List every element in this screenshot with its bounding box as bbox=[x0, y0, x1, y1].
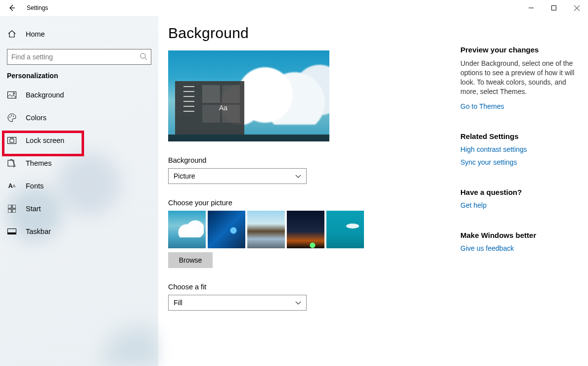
picture-thumb-4[interactable] bbox=[287, 211, 324, 248]
category-header: Personalization bbox=[0, 72, 158, 84]
home-icon bbox=[7, 29, 17, 39]
sidebar-item-label: Start bbox=[26, 205, 41, 213]
chevron-down-icon bbox=[295, 173, 301, 179]
related-settings-heading: Related Settings bbox=[460, 132, 578, 140]
preview-changes-text: Under Background, select one of the opti… bbox=[460, 59, 578, 96]
svg-rect-12 bbox=[8, 209, 11, 213]
themes-icon bbox=[7, 158, 17, 168]
window-controls bbox=[520, 0, 588, 16]
svg-point-5 bbox=[11, 115, 12, 116]
preview-startmenu: Aa bbox=[175, 81, 244, 135]
picture-icon bbox=[7, 90, 17, 100]
background-value: Picture bbox=[174, 172, 195, 180]
page-heading: Background bbox=[168, 25, 578, 42]
have-question-heading: Have a question? bbox=[460, 188, 578, 196]
svg-point-6 bbox=[13, 116, 14, 117]
taskbar-icon bbox=[7, 227, 17, 236]
sidebar-item-colors[interactable]: Colors bbox=[0, 106, 158, 129]
svg-rect-2 bbox=[8, 92, 16, 98]
titlebar: Settings bbox=[0, 0, 588, 16]
svg-rect-10 bbox=[8, 205, 11, 208]
search-input[interactable] bbox=[7, 49, 151, 65]
home-nav[interactable]: Home bbox=[0, 23, 158, 45]
get-help-link[interactable]: Get help bbox=[460, 201, 578, 209]
go-to-themes-link[interactable]: Go to Themes bbox=[460, 102, 578, 110]
sidebar-item-label: Themes bbox=[26, 159, 51, 167]
main-content: Background Aa Background Picture Choose … bbox=[158, 16, 588, 366]
start-icon bbox=[7, 204, 17, 214]
browse-button[interactable]: Browse bbox=[168, 252, 213, 268]
picture-thumb-2[interactable] bbox=[208, 211, 245, 248]
back-button[interactable] bbox=[0, 0, 24, 16]
picture-thumb-1[interactable] bbox=[168, 211, 206, 248]
annotation-highlight bbox=[2, 131, 84, 156]
minimize-button[interactable] bbox=[520, 0, 543, 16]
info-column: Preview your changes Under Background, s… bbox=[460, 46, 578, 274]
sidebar-item-start[interactable]: Start bbox=[0, 197, 158, 220]
fonts-icon: AA bbox=[7, 181, 17, 191]
svg-rect-15 bbox=[8, 232, 16, 234]
preview-changes-heading: Preview your changes bbox=[460, 46, 578, 54]
sidebar-item-background[interactable]: Background bbox=[0, 84, 158, 106]
maximize-button[interactable] bbox=[543, 0, 565, 16]
background-combobox[interactable]: Picture bbox=[168, 168, 307, 184]
sidebar-item-taskbar[interactable]: Taskbar bbox=[0, 220, 158, 243]
svg-rect-11 bbox=[12, 205, 16, 208]
svg-point-3 bbox=[13, 93, 15, 94]
search-wrap bbox=[7, 49, 151, 65]
fit-value: Fill bbox=[174, 299, 182, 307]
palette-icon bbox=[7, 113, 17, 123]
picture-thumb-3[interactable] bbox=[247, 211, 285, 248]
sidebar: Home Personalization Background Colors L… bbox=[0, 16, 158, 366]
sidebar-item-label: Taskbar bbox=[26, 228, 51, 235]
chevron-down-icon bbox=[295, 300, 301, 306]
sidebar-item-label: Background bbox=[26, 91, 64, 99]
sidebar-item-label: Fonts bbox=[26, 182, 44, 190]
sync-settings-link[interactable]: Sync your settings bbox=[460, 158, 578, 166]
preview-sample-text: Aa bbox=[219, 104, 227, 112]
fit-label: Choose a fit bbox=[168, 283, 578, 291]
sidebar-item-fonts[interactable]: AA Fonts bbox=[0, 175, 158, 197]
svg-rect-13 bbox=[12, 209, 16, 213]
picture-thumb-5[interactable] bbox=[326, 211, 364, 248]
close-button[interactable] bbox=[565, 0, 588, 16]
feedback-link[interactable]: Give us feedback bbox=[460, 244, 578, 252]
desktop-preview: Aa bbox=[168, 50, 329, 141]
svg-rect-0 bbox=[552, 6, 556, 10]
app-title: Settings bbox=[27, 4, 48, 11]
high-contrast-link[interactable]: High contrast settings bbox=[460, 145, 578, 153]
make-better-heading: Make Windows better bbox=[460, 231, 578, 239]
home-label: Home bbox=[26, 30, 45, 38]
sidebar-item-label: Colors bbox=[26, 114, 46, 122]
svg-point-4 bbox=[9, 117, 10, 118]
fit-combobox[interactable]: Fill bbox=[168, 295, 307, 311]
